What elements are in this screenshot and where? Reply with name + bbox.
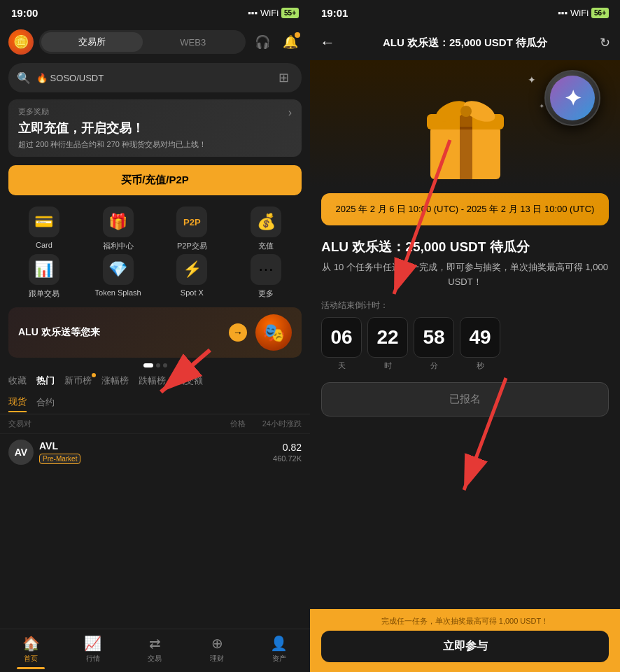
table-row[interactable]: AV AVL Pre-Market 0.82 460.72K (0, 433, 310, 470)
join-button[interactable]: 立即参与 (321, 631, 609, 662)
menu-p2p[interactable]: P2P P2P交易 (157, 206, 228, 251)
sparkle-2: ✦ (539, 102, 544, 110)
nav-home[interactable]: 🏠 首页 (0, 635, 62, 669)
search-bar[interactable]: 🔍 ⊞ (8, 63, 302, 92)
spotx-label: Spot X (181, 288, 204, 297)
menu-grid: 💳 Card 🎁 福利中心 P2P P2P交易 💰 充值 📊 跟单交易 💎 To… (0, 201, 310, 304)
signal-icon: ▪▪▪ (248, 8, 258, 18)
gift-svg (388, 64, 542, 183)
tab-gainers[interactable]: 涨幅榜 (101, 373, 129, 388)
tab-hot[interactable]: 热门 (36, 373, 55, 388)
col-pair: 交易对 (8, 419, 190, 429)
token-splash-label: Token Splash (95, 288, 141, 297)
back-button[interactable]: ← (320, 34, 339, 52)
minutes-label: 分 (430, 360, 438, 371)
battery-left: 55+ (281, 8, 299, 18)
tab-new[interactable]: 新币榜 (64, 373, 92, 388)
qr-button[interactable]: ⊞ (274, 68, 293, 88)
nav-trade[interactable]: ⇄ 交易 (124, 635, 186, 669)
status-bar-right: 19:01 ▪▪▪ WiFi 56+ (310, 0, 620, 25)
banner-arrow[interactable]: → (229, 323, 247, 342)
menu-recharge[interactable]: 💰 充值 (230, 206, 302, 251)
time-right: 19:01 (321, 7, 348, 19)
spotx-icon: ⚡ (176, 254, 207, 285)
menu-spotx[interactable]: ⚡ Spot X (157, 254, 228, 299)
tab-favorites[interactable]: 收藏 (8, 373, 27, 388)
promo-title: 立即充值，开启交易！ (18, 120, 292, 136)
app-logo[interactable]: 🪙 (8, 29, 34, 55)
event-date-badge: 2025 年 2 月 6 日 10:00 (UTC) - 2025 年 2 月 … (321, 193, 609, 225)
nav-assets[interactable]: 👤 资产 (248, 635, 310, 669)
top-nav: 🪙 交易所 WEB3 🎧 🔔 (0, 25, 310, 59)
finance-icon: ⊕ (211, 635, 223, 652)
more-icon: ⋯ (251, 254, 281, 285)
tab-volume[interactable]: 成交额 (176, 373, 203, 388)
alu-banner[interactable]: ALU 欢乐送等您来 → 🎭 (8, 307, 302, 358)
promo-banner[interactable]: 更多奖励 › 立即充值，开启交易！ 超过 200 种衍生品合约和 270 种现货… (8, 99, 302, 157)
home-underline (17, 667, 45, 669)
nav-tab-exchange[interactable]: 交易所 (41, 32, 143, 52)
right-panel: 19:01 ▪▪▪ WiFi 56+ ← ALU 欢乐送：25,000 USDT… (310, 0, 620, 672)
bottom-nav: 🏠 首页 📈 行情 ⇄ 交易 ⊕ 理财 👤 资产 (0, 629, 310, 672)
welfare-icon: 🎁 (103, 206, 134, 237)
p2p-label: P2P交易 (177, 241, 207, 251)
coin-volume: 460.72K (246, 454, 302, 463)
time-left: 19:00 (11, 7, 38, 19)
signal-icon-right: ▪▪▪ (558, 8, 568, 18)
sub-tab-futures[interactable]: 合约 (36, 393, 55, 412)
menu-card[interactable]: 💳 Card (8, 206, 80, 251)
dot-1 (143, 363, 153, 368)
menu-token-splash[interactable]: 💎 Token Splash (83, 254, 154, 299)
minutes-num: 58 (414, 317, 454, 358)
countdown-days: 06 天 (321, 317, 362, 371)
notification-dot (295, 32, 300, 38)
right-page-title: ALU 欢乐送：25,000 USDT 待瓜分 (345, 36, 585, 50)
left-panel: 19:00 ▪▪▪ WiFi 55+ 🪙 交易所 WEB3 🎧 🔔 🔍 ⊞ 更多… (0, 0, 310, 672)
status-icons-left: ▪▪▪ WiFi 55+ (248, 8, 299, 18)
nav-finance[interactable]: ⊕ 理财 (186, 635, 248, 669)
avl-logo: AV (8, 440, 34, 465)
sub-tabs: 现货 合约 (0, 391, 310, 414)
notification-btn[interactable]: 🔔 (279, 31, 302, 53)
banner-avatar: 🎭 (255, 314, 292, 351)
menu-more[interactable]: ⋯ 更多 (230, 254, 302, 299)
sub-tab-spot[interactable]: 现货 (8, 393, 27, 412)
tab-losers[interactable]: 跌幅榜 (139, 373, 166, 388)
hero-image: ✦ ✦ ✦ (310, 60, 620, 186)
register-button[interactable]: 已报名 (321, 382, 609, 416)
promo-subtitle: 更多奖励 (18, 106, 292, 117)
nav-market[interactable]: 📈 行情 (62, 635, 125, 669)
token-splash-icon: 💎 (103, 254, 134, 285)
wifi-icon-right: WiFi (570, 8, 589, 18)
refresh-button[interactable]: ↻ (591, 35, 610, 50)
recharge-icon: 💰 (251, 206, 281, 237)
market-label: 行情 (86, 654, 100, 664)
wifi-icon: WiFi (260, 8, 279, 18)
buy-recharge-btn[interactable]: 买币/充值/P2P (8, 165, 302, 195)
status-bar-left: 19:00 ▪▪▪ WiFi 55+ (0, 0, 310, 25)
event-title: ALU 欢乐送：25,000 USDT 待瓜分 (321, 238, 609, 256)
dot-3 (163, 363, 167, 368)
headphone-btn[interactable]: 🎧 (251, 31, 274, 53)
alu-coin: ✦ (544, 70, 600, 126)
search-icon: 🔍 (17, 71, 31, 85)
right-bottom-strip: 完成任一任务，单次抽奖最高可得 1,000 USDT！ 立即参与 (310, 609, 620, 672)
search-input[interactable] (36, 73, 268, 83)
market-tabs: 收藏 热门 新币榜 涨幅榜 跌幅榜 成交额 (0, 370, 310, 391)
svg-point-6 (460, 106, 472, 117)
slider-dots (0, 363, 310, 368)
hours-label: 时 (384, 360, 392, 371)
battery-right: 56+ (591, 8, 609, 18)
menu-copy-trade[interactable]: 📊 跟单交易 (8, 254, 80, 299)
countdown-row: 06 天 22 时 58 分 49 秒 (321, 317, 609, 371)
copy-trade-icon: 📊 (29, 254, 59, 285)
promo-more-arrow[interactable]: › (288, 106, 292, 119)
nav-tab-web3[interactable]: WEB3 (143, 32, 244, 52)
right-header: ← ALU 欢乐送：25,000 USDT 待瓜分 ↻ (310, 25, 620, 60)
copy-trade-label: 跟单交易 (29, 288, 59, 299)
more-label: 更多 (258, 288, 274, 299)
days-label: 天 (338, 360, 346, 371)
menu-welfare[interactable]: 🎁 福利中心 (83, 206, 154, 251)
col-price: 价格 (190, 419, 246, 429)
strip-subtitle: 完成任一任务，单次抽奖最高可得 1,000 USDT！ (321, 616, 609, 626)
